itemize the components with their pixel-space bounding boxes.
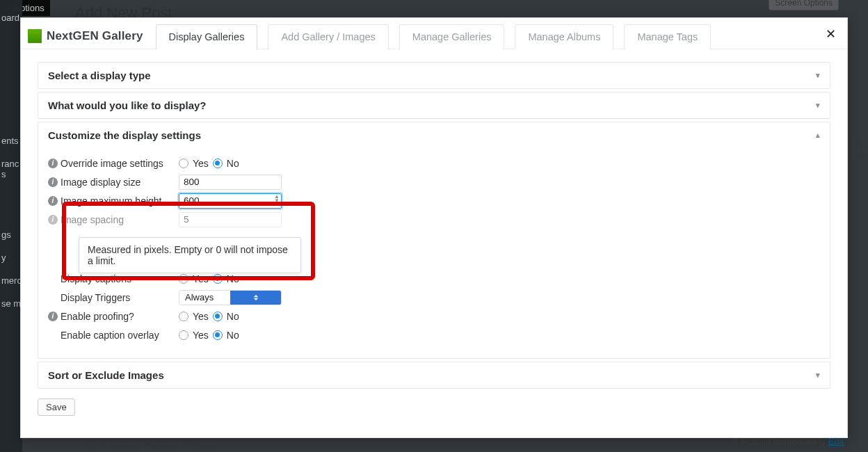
captions-yes-radio[interactable]: Yes (179, 273, 209, 284)
wp-edit-galleries-line: Edit Photocrati Galleries / Albums (82, 442, 216, 452)
overlay-yes-radio[interactable]: Yes (179, 330, 209, 341)
ngg-modal: NextGEN Gallery Display Galleries Add Ga… (20, 17, 848, 438)
wp-publish-row: 🗓 Publish Immediately Edit (730, 436, 860, 450)
display-triggers-select[interactable]: Always (179, 290, 282, 305)
tab-manage-galleries[interactable]: Manage Galleries (399, 24, 505, 49)
override-no-radio[interactable]: No (213, 158, 239, 169)
captions-no-radio[interactable]: No (213, 273, 239, 284)
modal-header: NextGEN Gallery Display Galleries Add Ga… (21, 18, 847, 49)
save-button[interactable]: Save (38, 398, 75, 416)
tab-manage-albums[interactable]: Manage Albums (515, 24, 613, 49)
info-icon[interactable]: i (48, 177, 58, 187)
image-display-size-input[interactable] (179, 175, 282, 190)
row-image-spacing: iImage spacing (48, 211, 820, 227)
row-image-display-size: iImage display size (48, 174, 820, 190)
tab-display-galleries[interactable]: Display Galleries (156, 24, 258, 49)
chevron-down-icon: ▾ (816, 371, 820, 380)
max-height-tooltip: Measured in pixels. Empty or 0 will not … (79, 237, 301, 273)
select-caret-icon (230, 291, 281, 305)
modal-tabs: Display Galleries Add Gallery / Images M… (156, 24, 712, 49)
proofing-yes-radio[interactable]: Yes (179, 311, 209, 322)
chevron-down-icon: ▾ (816, 71, 820, 80)
override-yes-radio[interactable]: Yes (179, 158, 209, 169)
close-icon[interactable]: ✕ (826, 26, 836, 42)
accordion-customize-header[interactable]: Customize the display settings▴ (38, 122, 830, 148)
overlay-no-radio[interactable]: No (213, 330, 239, 341)
image-spacing-input[interactable] (179, 212, 282, 227)
chevron-down-icon: ▾ (816, 101, 820, 110)
number-stepper-icon[interactable]: ▲▼ (274, 195, 280, 204)
nextgen-logo-icon (28, 29, 42, 43)
row-enable-proofing: iEnable proofing? Yes No (48, 308, 820, 324)
wp-screen-options[interactable]: Screen Options (769, 0, 839, 10)
info-icon[interactable]: i (48, 215, 58, 225)
row-display-triggers: iDisplay Triggers Always (48, 289, 820, 305)
row-image-max-height: iImage maximum height ▲▼ (48, 193, 820, 209)
accordion-sort-exclude[interactable]: Sort or Exclude Images▾ (38, 362, 830, 389)
proofing-no-radio[interactable]: No (213, 311, 239, 322)
accordion-select-display-type[interactable]: Select a display type▾ (38, 62, 830, 89)
tab-manage-tags[interactable]: Manage Tags (624, 24, 711, 49)
info-icon[interactable]: i (48, 196, 58, 206)
image-max-height-input[interactable] (179, 193, 282, 209)
row-enable-caption-overlay: iEnable caption overlay Yes No (48, 327, 820, 343)
row-override-image-settings: iOverride image settings Yes No (48, 155, 820, 171)
wp-right-fragment: RL his (855, 139, 868, 161)
chevron-up-icon: ▴ (816, 131, 820, 140)
wp-admin-sidebar: oard ents ranc s gs y merce se m (0, 0, 22, 452)
modal-title: NextGEN Gallery (47, 29, 143, 43)
tab-add-gallery[interactable]: Add Gallery / Images (268, 24, 388, 49)
info-icon[interactable]: i (48, 312, 58, 321)
accordion-what-display[interactable]: What would you like to display?▾ (38, 92, 830, 119)
info-icon[interactable]: i (48, 159, 58, 168)
